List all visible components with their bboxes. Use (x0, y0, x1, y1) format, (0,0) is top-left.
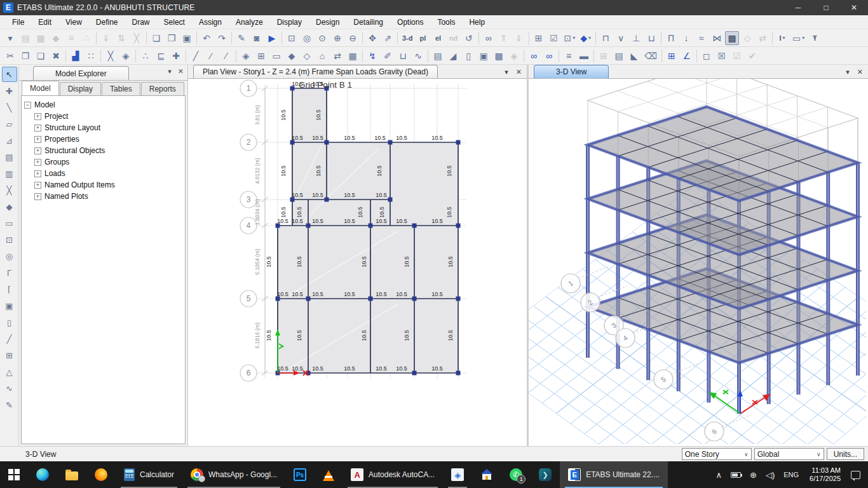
draw-frame-icon[interactable]: ▱ (2, 116, 17, 132)
close-button[interactable]: ✕ (840, 0, 868, 15)
window-layout-icon[interactable]: ⊞ (532, 31, 546, 45)
view-3d-icon[interactable]: 3-d (400, 31, 415, 45)
menu-assign[interactable]: Assign (192, 17, 229, 28)
explorer-close-icon[interactable]: ✕ (178, 67, 184, 76)
calculator-button[interactable]: Calculator (116, 461, 182, 488)
draw-wall-icon[interactable]: Γ (2, 265, 17, 280)
area-loads-icon[interactable]: ▩ (725, 31, 739, 45)
rubber-band-zoom-icon[interactable]: ⊡ (285, 31, 299, 45)
minimize-button[interactable]: ─ (784, 0, 812, 15)
tree-node-groups[interactable]: +Groups (24, 156, 182, 168)
quick-draw-frame-icon[interactable]: ⊿ (2, 133, 17, 148)
save-model-icon[interactable]: ▣ (180, 31, 194, 45)
assign-brush-icon[interactable]: ✐ (381, 49, 395, 63)
tree-node-model[interactable]: −Model (24, 99, 182, 111)
pan-icon[interactable]: ✥ (365, 31, 379, 45)
menu-help[interactable]: Help (462, 17, 492, 28)
quick-load-icon[interactable]: ↯ (365, 49, 379, 63)
edit-area-corners-icon[interactable]: ⌂ (315, 49, 329, 63)
draw-curve-icon[interactable]: ∿ (2, 381, 17, 396)
menu-options[interactable]: Options (390, 17, 430, 28)
walkthrough-icon[interactable]: ⇗ (381, 31, 395, 45)
section-frame-icon[interactable]: Π (664, 31, 678, 45)
sketchup-icon[interactable]: ◈ (443, 461, 472, 488)
expand-node-icon[interactable]: + (34, 113, 41, 120)
rubber-select-icon[interactable]: ◻ (700, 49, 714, 63)
filmora-icon[interactable]: ❯ (531, 461, 560, 488)
align-edges-icon[interactable]: ⊑ (154, 49, 168, 63)
run-analysis-icon[interactable]: ▶ (265, 31, 279, 45)
draw-line-icon[interactable]: ╲ (2, 100, 17, 115)
edge-icon[interactable] (28, 461, 57, 488)
toolbar-customize-caret-icon[interactable]: ▾ (3, 31, 17, 45)
select-pointer-icon[interactable]: ↖ (2, 67, 17, 82)
network-globe-icon[interactable]: ⊕ (745, 461, 761, 488)
edit-grid-icon[interactable]: ∿ (411, 49, 425, 63)
menu-design[interactable]: Design (309, 17, 346, 28)
window-object-icon[interactable]: ▣ (477, 49, 491, 63)
draw-door-icon[interactable]: ▯ (2, 315, 17, 330)
menu-tools[interactable]: Tools (430, 17, 462, 28)
plan-view-collapse-icon[interactable]: ▾ (505, 68, 508, 76)
explorer-tab-display[interactable]: Display (60, 82, 101, 95)
merge-areas-icon[interactable]: ⊞ (254, 49, 268, 63)
line-springs-icon[interactable]: ≈ (695, 31, 709, 45)
draw-poly-area-icon[interactable]: ◆ (2, 199, 17, 214)
object-shade-options-icon[interactable]: ∞ (482, 31, 496, 45)
tree-node-structure-layout[interactable]: +Structure Layout (24, 122, 182, 133)
display-options-icon[interactable]: ☑ (547, 31, 561, 45)
quick-draw-secondary-beams-icon[interactable]: ▥ (2, 166, 17, 181)
move-joints-icon[interactable]: ✚ (169, 49, 183, 63)
snap-to-grid-icon[interactable]: ⊞ (665, 49, 679, 63)
copy-icon[interactable]: ❐ (18, 49, 32, 63)
edit-areas-icon[interactable]: ◈ (239, 49, 253, 63)
menu-display[interactable]: Display (270, 17, 309, 28)
draw-pen-icon[interactable]: ✎ (234, 31, 248, 45)
measure-angle-icon[interactable]: ∠ (680, 49, 694, 63)
clock[interactable]: 11:03 AM6/17/2025 (803, 466, 847, 483)
lock-model-icon[interactable]: ◙ (250, 31, 264, 45)
reshape-object-icon[interactable]: ✚ (2, 83, 17, 98)
insertion-point-icon[interactable]: ↓ (679, 31, 693, 45)
divide-frames-icon[interactable]: ╱ (189, 49, 203, 63)
line-assign-icon[interactable]: ⊥ (629, 31, 643, 45)
draw-grid-icon[interactable]: ⊞ (2, 348, 17, 363)
explorer-tab-reports[interactable]: Reports (141, 82, 184, 95)
joint-assign-icon[interactable]: ∨ (614, 31, 628, 45)
etabs-button[interactable]: EETABS Ultimate 22.... (560, 461, 668, 488)
wall-sections-icon[interactable]: ▭▾ (790, 31, 806, 45)
firefox-icon[interactable] (86, 461, 116, 488)
vlc-icon[interactable] (315, 461, 342, 488)
delete-joints-icon[interactable]: ╳ (104, 49, 118, 63)
area-assign-icon[interactable]: ⊔ (644, 31, 658, 45)
model-explorer-title-tab[interactable]: Model Explorer (33, 66, 129, 80)
draw-section-cut-icon[interactable]: ✎ (2, 397, 17, 412)
autocad-button[interactable]: AAutodesk AutoCA... (342, 461, 443, 488)
ramp-object-icon[interactable]: ◢ (446, 49, 460, 63)
extend-trim-frames-icon[interactable]: ⁄ (219, 49, 233, 63)
quick-draw-area-icon[interactable]: ⊡ (2, 232, 17, 247)
expand-node-icon[interactable]: + (34, 159, 41, 166)
wall-object-icon[interactable]: ▤ (431, 49, 445, 63)
view-elevation-icon[interactable]: el (431, 31, 445, 45)
view-3d-close-icon[interactable]: ✕ (857, 68, 863, 76)
remove-area-icon[interactable]: ◇ (300, 49, 314, 63)
language-indicator[interactable]: ENG (779, 461, 803, 488)
slab-strip-icon[interactable]: ▬ (577, 49, 591, 63)
quick-draw-beam-icon[interactable]: ▤ (2, 149, 17, 165)
building-view-icon[interactable]: ▟ (69, 49, 83, 63)
open-model-icon[interactable]: ❒ (165, 31, 179, 45)
view-3d-canvas[interactable]: 123456 (529, 79, 868, 446)
quick-draw-braces-icon[interactable]: ╳ (2, 182, 17, 198)
export-table-icon[interactable]: ☒ (715, 49, 729, 63)
menu-view[interactable]: View (58, 17, 89, 28)
paste-icon[interactable]: ❏ (34, 49, 48, 63)
battery-icon[interactable] (726, 461, 745, 488)
whatsapp-chrome-button[interactable]: ◌WhatsApp - Googl... (182, 461, 285, 488)
tree-node-named-plots[interactable]: +Named Plots (24, 191, 182, 202)
erase-trace-icon[interactable]: ⌫ (642, 49, 659, 63)
delete-icon[interactable]: ✖ (49, 49, 63, 63)
tree-node-properties[interactable]: +Properties (24, 133, 182, 145)
undo-icon[interactable]: ↶ (200, 31, 214, 45)
draw-window-icon[interactable]: ▣ (2, 298, 17, 313)
